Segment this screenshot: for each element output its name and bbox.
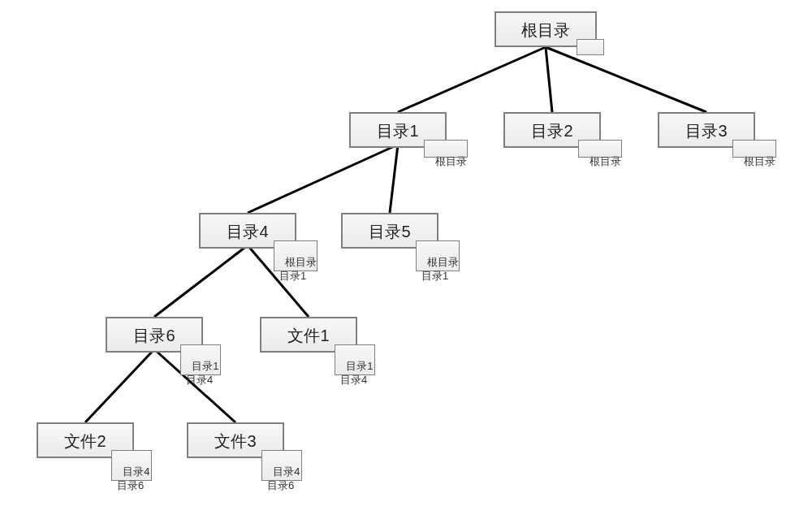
node-label: 目录2 [531,122,572,140]
sub-text: 目录4 目录6 [267,465,300,491]
sub-text: 目录4 目录6 [117,465,149,491]
node-dir5-sub: 根目录 目录1 [416,240,460,271]
node-dir6-sub: 目录1 目录4 [180,344,221,375]
node-label: 文件2 [64,432,106,450]
node-label: 目录5 [369,223,410,240]
sub-text: 根目录 [590,155,621,167]
node-dir4-sub: 根目录 目录1 [274,240,317,271]
sub-text: 目录1 目录4 [186,360,218,385]
node-dir2-sub: 根目录 [578,140,622,158]
sub-text: 根目录 [744,155,775,167]
node-file2-sub: 目录4 目录6 [111,450,152,481]
node-label: 目录3 [685,122,727,140]
node-label: 目录4 [227,223,268,240]
svg-line-7 [85,349,154,422]
node-dir3-sub: 根目录 [732,140,776,158]
svg-line-2 [546,47,706,112]
svg-line-1 [546,47,552,112]
svg-line-3 [248,145,398,213]
svg-line-0 [398,47,546,112]
node-label: 目录6 [133,327,175,344]
node-label: 文件3 [214,432,256,450]
node-file1-sub: 目录1 目录4 [335,344,375,375]
sub-text: 根目录 目录1 [421,256,459,281]
node-label: 目录1 [377,122,418,140]
node-label: 文件1 [287,327,329,344]
node-root-sub [577,39,604,55]
svg-line-4 [390,145,398,213]
node-file3-sub: 目录4 目录6 [261,450,302,481]
sub-text: 目录1 目录4 [340,360,373,385]
svg-line-5 [154,245,248,317]
node-dir1-sub: 根目录 [424,140,468,158]
sub-text: 根目录 目录1 [279,256,317,281]
node-label: 根目录 [521,21,570,39]
sub-text: 根目录 [435,155,467,167]
